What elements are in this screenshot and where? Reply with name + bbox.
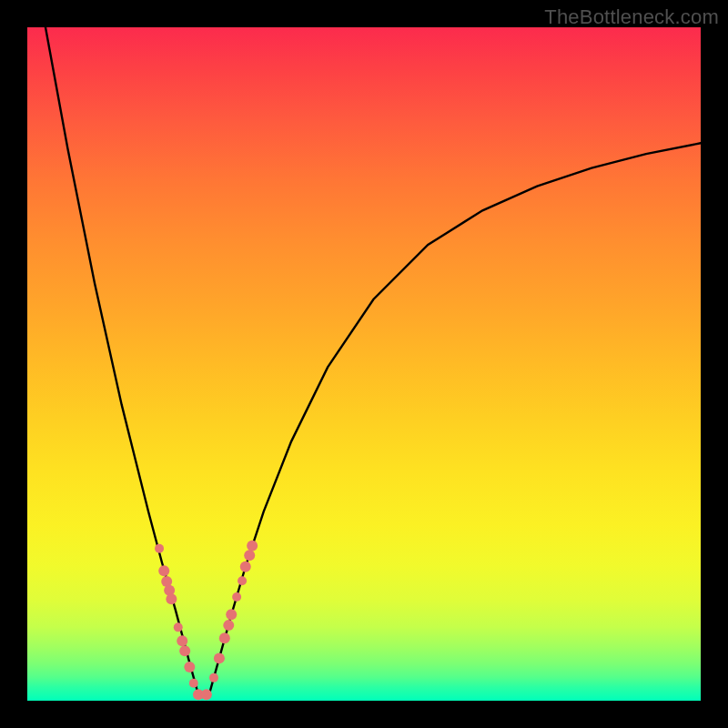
bottleneck-curve bbox=[46, 27, 701, 694]
curve-marker bbox=[189, 679, 198, 688]
curve-marker bbox=[223, 620, 234, 631]
plot-area bbox=[27, 27, 701, 701]
curve-marker bbox=[214, 652, 225, 663]
curve-marker bbox=[240, 561, 251, 572]
curve-marker bbox=[219, 632, 230, 643]
chart-svg bbox=[27, 27, 701, 701]
curve-marker bbox=[247, 541, 258, 551]
curve-marker bbox=[158, 565, 169, 576]
curve-marker bbox=[244, 550, 255, 561]
curve-marker bbox=[226, 609, 237, 620]
curve-marker bbox=[179, 645, 190, 656]
curve-marker bbox=[201, 689, 212, 700]
curve-marker bbox=[155, 544, 164, 553]
chart-frame: TheBottleneck.com bbox=[0, 0, 728, 728]
curve-marker bbox=[174, 622, 183, 632]
curve-markers bbox=[155, 541, 258, 701]
curve-marker bbox=[232, 592, 241, 602]
curve-marker bbox=[166, 593, 177, 604]
curve-marker bbox=[209, 673, 218, 682]
curve-marker bbox=[238, 576, 247, 585]
curve-marker bbox=[177, 635, 187, 646]
watermark-text: TheBottleneck.com bbox=[544, 5, 719, 29]
curve-marker bbox=[184, 662, 195, 672]
